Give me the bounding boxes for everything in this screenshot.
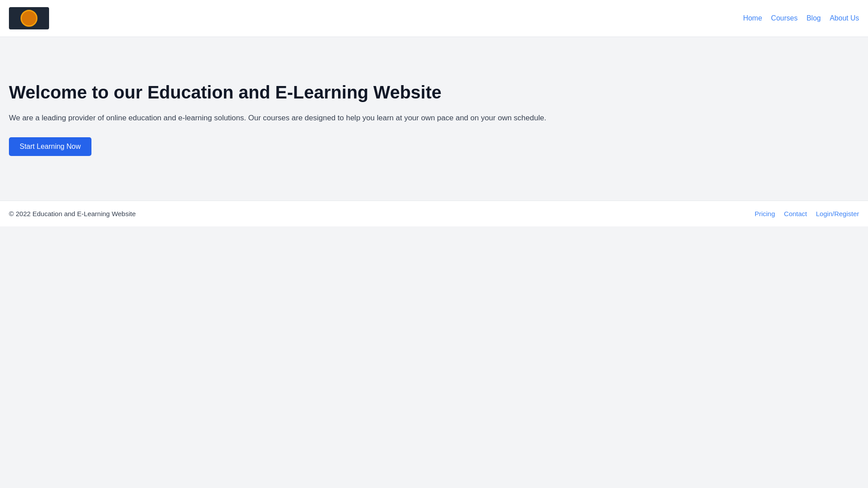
nav-blog[interactable]: Blog: [806, 14, 821, 22]
site-footer: © 2022 Education and E-Learning Website …: [0, 201, 868, 226]
nav-about-us[interactable]: About Us: [830, 14, 859, 22]
start-learning-button[interactable]: Start Learning Now: [9, 137, 91, 156]
nav-home[interactable]: Home: [743, 14, 762, 22]
main-content: Welcome to our Education and E-Learning …: [0, 37, 868, 201]
logo: [9, 7, 49, 29]
footer-contact-link[interactable]: Contact: [784, 210, 807, 217]
footer-pricing-link[interactable]: Pricing: [755, 210, 775, 217]
footer-copyright: © 2022 Education and E-Learning Website: [9, 210, 136, 217]
hero-title: Welcome to our Education and E-Learning …: [9, 82, 859, 103]
footer-links: Pricing Contact Login/Register: [755, 210, 859, 217]
logo-circle: [21, 10, 37, 27]
logo-image: [9, 7, 49, 29]
site-header: Home Courses Blog About Us: [0, 0, 868, 37]
hero-section: Welcome to our Education and E-Learning …: [9, 64, 859, 174]
hero-description: We are a leading provider of online educ…: [9, 112, 859, 124]
footer-login-register-link[interactable]: Login/Register: [816, 210, 859, 217]
main-nav: Home Courses Blog About Us: [743, 14, 859, 22]
nav-courses[interactable]: Courses: [771, 14, 798, 22]
